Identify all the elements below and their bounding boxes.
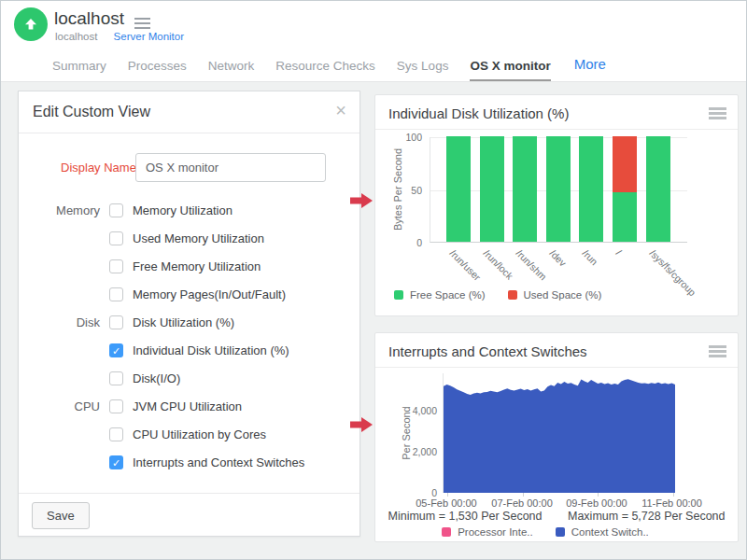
area-series (444, 373, 675, 493)
tab-summary[interactable]: Summary (52, 49, 106, 81)
checkbox-label: Interrupts and Context Switches (133, 455, 304, 469)
card-menu-icon[interactable] (709, 107, 726, 121)
checkbox-row: DiskDisk Utilization (%) (19, 308, 359, 336)
bar-run (579, 136, 603, 242)
legend-item-processor-inte: Processor Inte.. (442, 526, 533, 538)
card-header: Interrupts and Context Switches (375, 333, 738, 368)
disk-chart-legend: Free Space (%)Used Space (%) (394, 289, 624, 301)
display-name-row: Display Name (19, 153, 359, 183)
monitor-status-icon (14, 7, 48, 41)
save-button[interactable]: Save (32, 502, 90, 529)
tab-sys-logs[interactable]: Sys Logs (397, 49, 449, 81)
close-icon[interactable]: × (335, 100, 346, 121)
checkbox-label: Disk(I/O) (133, 371, 180, 385)
bar-run-lock (480, 136, 504, 242)
y-tick-label: 2,000 (392, 446, 437, 457)
page-title: localhost (54, 8, 124, 29)
legend-item-free-space: Free Space (%) (394, 289, 486, 301)
x-tick-label: 09-Feb 00:00 (566, 497, 627, 509)
group-label-disk: Disk (19, 315, 100, 329)
x-tick-mark (598, 493, 599, 497)
disk-utilization-card: Individual Disk Utilization (%) Bytes Pe… (374, 94, 739, 316)
checkbox-row: Disk(I/O) (19, 364, 359, 392)
display-name-input[interactable] (135, 153, 326, 182)
up-arrow-icon (23, 17, 38, 32)
bar-segment-free-space (579, 136, 603, 242)
checkbox-row: ✓Interrupts and Context Switches (19, 448, 359, 476)
interrupts-chart-title: Interrupts and Context Switches (388, 343, 587, 359)
tab-os-x-monitor[interactable]: OS X monitor (470, 49, 550, 81)
checkbox-list: MemoryMemory UtilizationUsed Memory Util… (19, 196, 359, 476)
tab-processes[interactable]: Processes (128, 49, 187, 81)
bar-segment-free-space (546, 136, 571, 242)
bar- (613, 136, 637, 242)
tab-more[interactable]: More (574, 49, 606, 81)
interrupts-card: Interrupts and Context Switches Per Seco… (374, 332, 739, 542)
x-tick-label: 07-Feb 00:00 (491, 497, 552, 509)
breadcrumb: localhost Server Monitor (55, 31, 184, 42)
legend-item-used-space: Used Space (%) (508, 289, 602, 301)
x-tick-label: /run/lock (481, 247, 515, 282)
checkbox-memory-utilization[interactable] (109, 203, 123, 217)
x-tick-label: 05-Feb 00:00 (416, 497, 476, 509)
area-context-switch (444, 379, 675, 493)
x-tick-label: /run/user (448, 247, 484, 283)
checkbox-label: JVM CPU Utilization (133, 399, 242, 413)
tab-network[interactable]: Network (208, 49, 255, 81)
bar-segment-free-space (613, 192, 637, 242)
legend-item-context-switch: Context Switch.. (556, 526, 649, 538)
checkbox-label: Memory Pages(In/Out/Fault) (133, 287, 286, 301)
bar-run-shm (513, 136, 537, 242)
x-tick-label: /run/shm (514, 247, 549, 282)
legend-swatch (442, 527, 451, 537)
minimum-label: Minimum = 1,530 Per Second (388, 510, 543, 523)
dialog-title: Edit Custom View (33, 104, 150, 120)
checkbox-row: Free Memory Utilization (19, 252, 359, 280)
group-label-memory: Memory (19, 203, 100, 217)
tab-list: SummaryProcessesNetworkResource ChecksSy… (52, 49, 572, 81)
breadcrumb-server-monitor-link[interactable]: Server Monitor (114, 31, 184, 42)
card-menu-icon[interactable] (709, 345, 726, 359)
y-tick-label: 100 (385, 132, 422, 143)
dialog-header: Edit Custom View × (19, 91, 359, 133)
legend-label: Processor Inte.. (458, 526, 533, 538)
checkbox-free-memory-utilization[interactable] (109, 259, 123, 273)
y-tick-label: 4,000 (392, 405, 437, 416)
checkbox-cpu-utilization-by-cores[interactable] (109, 427, 123, 441)
bar-segment-free-space (646, 136, 670, 242)
server-monitor-window: localhost localhost Server Monitor Summa… (0, 0, 747, 560)
checkbox-row: Used Memory Utilization (19, 224, 359, 252)
red-arrow (350, 193, 373, 208)
bar-segment-free-space (446, 136, 471, 242)
checkbox-jvm-cpu-utilization[interactable] (109, 399, 123, 413)
checkbox-disk-i-o[interactable] (109, 371, 123, 385)
x-tick-label: /dev (547, 247, 569, 269)
title-menu-icon[interactable] (134, 15, 150, 32)
checkbox-interrupts-and-context-switches[interactable]: ✓ (109, 455, 123, 469)
y-tick-label: 0 (385, 237, 422, 248)
x-tick-label: /sys/fs/cgroup (647, 247, 698, 298)
checkbox-label: Free Memory Utilization (133, 259, 261, 273)
disk-chart-plot: /run/user/run/lock/run/shm/dev/run//sys/… (430, 137, 687, 243)
checkbox-label: CPU Utilization by Cores (133, 427, 266, 441)
legend-swatch (394, 290, 403, 300)
red-arrow (350, 417, 373, 432)
tab-resource-checks[interactable]: Resource Checks (275, 49, 375, 81)
x-tick-mark (447, 493, 448, 497)
x-tick-label: / (614, 247, 625, 258)
legend-swatch (556, 527, 565, 537)
disk-chart-title: Individual Disk Utilization (%) (388, 105, 569, 121)
checkbox-used-memory-utilization[interactable] (109, 231, 123, 245)
page-header: localhost localhost Server Monitor (1, 1, 746, 46)
checkbox-label: Memory Utilization (133, 203, 233, 217)
checkbox-disk-utilization[interactable] (109, 315, 123, 329)
checkbox-row: ✓Individual Disk Utilization (%) (19, 336, 359, 364)
checkbox-memory-pages-in-out-fault[interactable] (109, 287, 123, 301)
x-tick-label: 11-Feb 00:00 (641, 497, 702, 509)
maximum-label: Maximum = 5,728 Per Second (568, 510, 726, 523)
legend-label: Context Switch.. (571, 526, 649, 538)
checkbox-row: CPU Utilization by Cores (19, 420, 359, 448)
edit-custom-view-dialog: Edit Custom View × Display Name MemoryMe… (18, 91, 360, 537)
bar-segment-free-space (513, 136, 537, 242)
checkbox-individual-disk-utilization[interactable]: ✓ (109, 343, 123, 357)
